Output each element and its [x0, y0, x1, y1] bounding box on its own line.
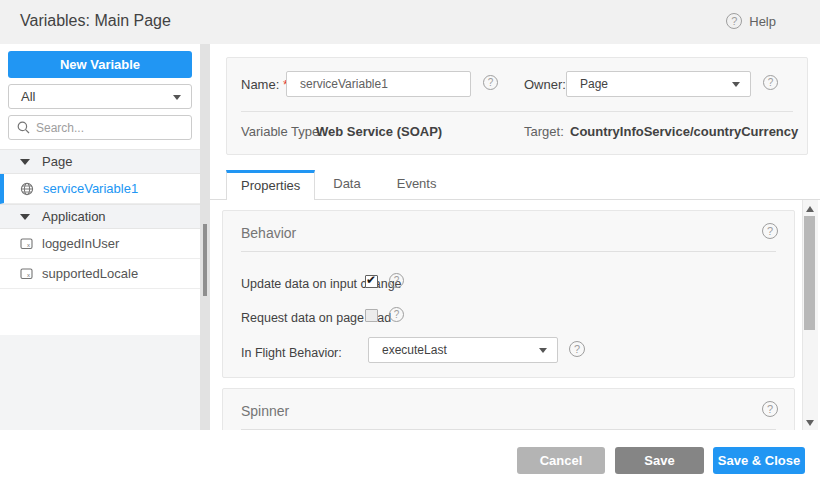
sidebar-empty-area: [0, 335, 200, 430]
scroll-down-arrow-icon[interactable]: [806, 420, 814, 426]
variables-dialog: Variables: Main Page ? Help New Variable…: [0, 0, 820, 487]
tab-bar: Properties Data Events: [210, 170, 820, 200]
sidebar-scrollbar-thumb[interactable]: [203, 224, 207, 296]
variable-search[interactable]: [8, 115, 192, 140]
behavior-help-icon[interactable]: ?: [762, 223, 778, 239]
content-scrollbar-thumb[interactable]: [804, 216, 815, 330]
help-button[interactable]: ? Help: [726, 13, 776, 29]
target-label: Target:: [524, 124, 564, 139]
tree-item-loggedinuser[interactable]: x loggedInUser: [0, 229, 200, 259]
dialog-footer: Cancel Save Save & Close: [0, 430, 820, 487]
chevron-down-icon: [732, 82, 740, 87]
cancel-button[interactable]: Cancel: [517, 447, 605, 474]
search-icon: [17, 121, 30, 134]
variable-type-value: Web Service (SOAP): [316, 124, 442, 139]
page-title: Variables: Main Page: [20, 12, 171, 30]
tree-group-application[interactable]: Application: [0, 204, 200, 229]
group-label: Application: [42, 209, 106, 224]
help-label: Help: [749, 14, 776, 29]
card-divider: [241, 111, 793, 112]
collapse-arrow-icon[interactable]: [20, 214, 30, 220]
variable-summary-card: Name: * ? Owner: * Page ? Variable Type:…: [226, 57, 808, 155]
static-variable-icon: x: [20, 267, 33, 280]
in-flight-help-icon[interactable]: ?: [569, 341, 585, 357]
tree-group-page[interactable]: Page: [0, 149, 200, 174]
section-divider: [241, 251, 776, 252]
tree-item-supportedlocale[interactable]: x supportedLocale: [0, 259, 200, 289]
svg-text:x: x: [27, 242, 30, 248]
variable-name-label: loggedInUser: [42, 236, 119, 251]
variable-filter-select[interactable]: All: [8, 84, 192, 109]
spinner-section: Spinner ?: [222, 388, 795, 431]
static-variable-icon: x: [20, 237, 33, 250]
in-flight-selected-value: executeLast: [382, 343, 447, 357]
behavior-section-title: Behavior: [241, 225, 296, 241]
filter-selected-value: All: [21, 89, 35, 104]
new-variable-button[interactable]: New Variable: [8, 51, 192, 78]
owner-select[interactable]: Page: [566, 71, 751, 97]
variable-tree: Page serviceVariable1 Application: [0, 149, 200, 289]
behavior-section: Behavior ? Update data on input change ✔…: [222, 210, 795, 378]
scroll-up-arrow-icon[interactable]: [806, 206, 814, 212]
update-data-help-icon[interactable]: ?: [389, 273, 404, 288]
tree-item-servicevariable1[interactable]: serviceVariable1: [0, 174, 200, 204]
svg-text:x: x: [27, 272, 30, 278]
target-value: CountryInfoService/countryCurrency: [570, 124, 798, 139]
variables-sidebar: New Variable All Page: [0, 44, 200, 430]
name-label: Name: *: [241, 77, 288, 92]
search-input[interactable]: [36, 121, 176, 135]
variable-name-label: supportedLocale: [42, 266, 138, 281]
tab-properties[interactable]: Properties: [226, 170, 315, 200]
request-data-checkbox[interactable]: ✔: [365, 309, 378, 322]
in-flight-behavior-label: In Flight Behavior:: [241, 346, 342, 360]
checkmark-icon: ✔: [366, 273, 376, 287]
tab-events[interactable]: Events: [379, 169, 455, 199]
properties-tab-content: Behavior ? Update data on input change ✔…: [210, 200, 820, 431]
request-data-help-icon[interactable]: ?: [389, 307, 404, 322]
tab-data[interactable]: Data: [315, 169, 378, 199]
dialog-header: Variables: Main Page ? Help: [0, 0, 820, 44]
chevron-down-icon: [539, 348, 547, 353]
owner-selected-value: Page: [580, 77, 608, 91]
save-and-close-button[interactable]: Save & Close: [713, 447, 805, 474]
name-help-icon[interactable]: ?: [483, 75, 498, 90]
spinner-help-icon[interactable]: ?: [762, 401, 778, 417]
chevron-down-icon: [173, 95, 181, 100]
help-circle-icon: ?: [726, 13, 742, 29]
spinner-section-title: Spinner: [241, 403, 289, 419]
save-button[interactable]: Save: [615, 447, 704, 474]
in-flight-behavior-select[interactable]: executeLast: [368, 337, 558, 363]
web-service-variable-icon: [20, 182, 34, 196]
owner-help-icon[interactable]: ?: [763, 75, 778, 90]
variable-name-label: serviceVariable1: [43, 181, 138, 196]
group-label: Page: [42, 154, 72, 169]
update-data-checkbox[interactable]: ✔: [365, 275, 378, 288]
collapse-arrow-icon[interactable]: [20, 159, 30, 165]
name-input[interactable]: [286, 71, 471, 97]
variable-type-label: Variable Type:: [241, 124, 323, 139]
